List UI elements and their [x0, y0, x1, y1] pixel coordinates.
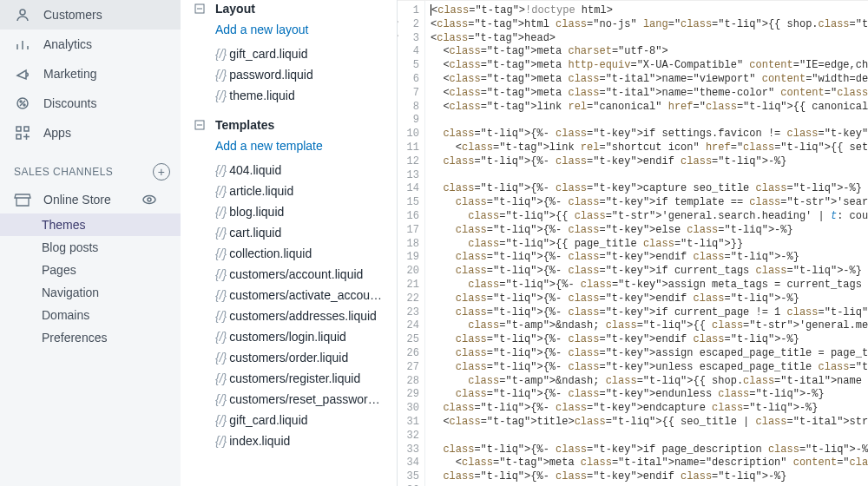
file-name: customers/order.liquid: [229, 351, 348, 364]
code-line[interactable]: <class="t-tag">meta class="t-ital">name=…: [431, 87, 868, 101]
sidebar-item-discounts[interactable]: Discounts: [0, 89, 181, 118]
code-line[interactable]: <class="t-tag">link rel="shortcut icon" …: [431, 141, 868, 155]
code-editor[interactable]: 1234567891011121314151617181920212223242…: [398, 0, 868, 486]
view-store-icon[interactable]: [141, 191, 158, 208]
code-line[interactable]: class="t-liq">{%- class="t-key">if page_…: [431, 443, 868, 457]
code-line[interactable]: <class="t-tag">html class="no-js" lang="…: [431, 18, 868, 32]
collapse-icon: [194, 120, 205, 130]
code-line[interactable]: <class="t-tag">!doctype html>: [431, 4, 868, 18]
file-name: gift_card.liquid: [229, 413, 307, 427]
sidebar-sub-themes[interactable]: Themes: [0, 213, 181, 236]
file-name: article.liquid: [229, 184, 293, 198]
file-item[interactable]: {/}blog.liquid: [181, 201, 397, 222]
sidebar-sub-blog-posts[interactable]: Blog posts: [0, 236, 181, 259]
liquid-icon: {/}: [215, 371, 227, 385]
svg-rect-8: [16, 127, 21, 131]
add-layout-link[interactable]: Add a new layout: [181, 19, 397, 43]
code-line[interactable]: class="t-liq">{%- class="t-key">if templ…: [431, 196, 868, 210]
file-item[interactable]: {/}gift_card.liquid: [181, 410, 397, 430]
sidebar-sub-pages[interactable]: Pages: [0, 259, 181, 281]
code-line[interactable]: [431, 169, 868, 183]
code-line[interactable]: <class="t-tag">title>class="t-liq">{{ se…: [431, 416, 868, 430]
sidebar-item-marketing[interactable]: Marketing: [0, 59, 181, 89]
file-item[interactable]: {/}customers/register.liquid: [181, 368, 397, 389]
code-line[interactable]: <class="t-tag">meta class="t-ital">name=…: [431, 456, 868, 470]
sidebar-item-customers[interactable]: Customers: [0, 0, 181, 30]
sidebar-sub-domains[interactable]: Domains: [0, 304, 181, 326]
code-line[interactable]: <class="t-tag">meta class="t-ital">name=…: [431, 73, 868, 87]
code-line[interactable]: class="t-liq">{%- class="t-key">endunles…: [431, 388, 868, 402]
file-item[interactable]: {/}customers/order.liquid: [181, 347, 397, 368]
sidebar-sub-preferences[interactable]: Preferences: [0, 326, 181, 349]
code-line[interactable]: <class="t-tag">link rel="canonical" href…: [431, 101, 868, 115]
file-item[interactable]: {/}article.liquid: [181, 181, 397, 201]
section-header-templates[interactable]: Templates: [181, 106, 397, 135]
code-line[interactable]: class="t-liq">{%- class="t-key">endif cl…: [431, 333, 868, 347]
code-line[interactable]: class="t-liq">{%- class="t-key">unless e…: [431, 361, 868, 375]
svg-point-13: [143, 196, 155, 204]
svg-point-6: [20, 101, 22, 102]
code-line[interactable]: class="t-liq">{%- class="t-key">if setti…: [431, 128, 868, 141]
editor-code[interactable]: <class="t-tag">!doctype html><class="t-t…: [425, 1, 868, 486]
code-line[interactable]: [431, 114, 868, 128]
liquid-icon: {/}: [215, 330, 227, 344]
section-header-layout[interactable]: Layout: [181, 0, 397, 19]
code-line[interactable]: [431, 430, 868, 443]
code-line[interactable]: class="t-liq">{{ class="t-str">'general.…: [431, 210, 868, 224]
sales-channels-label: SALES CHANNELS: [14, 166, 113, 178]
nav-label: Discounts: [43, 96, 96, 110]
code-line[interactable]: <class="t-tag">head>: [431, 32, 868, 46]
file-item[interactable]: {/}index.liquid: [181, 430, 397, 451]
file-name: theme.liquid: [229, 89, 295, 102]
code-line[interactable]: class="t-liq">{%- class="t-key">if curre…: [431, 265, 868, 279]
file-item[interactable]: {/}password.liquid: [181, 64, 397, 85]
liquid-icon: {/}: [215, 434, 227, 448]
liquid-icon: {/}: [215, 413, 227, 427]
file-item[interactable]: {/}gift_card.liquid: [181, 43, 397, 64]
sidebar-item-apps[interactable]: Apps: [0, 118, 181, 148]
file-item[interactable]: {/}404.liquid: [181, 160, 397, 181]
nav-label: Apps: [43, 126, 71, 140]
code-line[interactable]: class="t-liq">{%- class="t-key">capture …: [431, 182, 868, 196]
liquid-icon: {/}: [215, 392, 227, 406]
sidebar-item-analytics[interactable]: Analytics: [0, 30, 181, 59]
file-item[interactable]: {/}cart.liquid: [181, 222, 397, 243]
online-store-label: Online Store: [43, 193, 111, 207]
code-line[interactable]: class="t-amp">&ndash; class="t-liq">{{ s…: [431, 375, 868, 389]
svg-point-14: [148, 198, 151, 201]
code-line[interactable]: class="t-liq">{%- class="t-key">if curre…: [431, 306, 868, 320]
sales-channels-header: SALES CHANNELS +: [0, 148, 181, 186]
code-line[interactable]: class="t-liq">{{ page_title class="t-liq…: [431, 238, 868, 252]
file-item[interactable]: {/}customers/addresses.liquid: [181, 305, 397, 326]
file-item[interactable]: {/}customers/account.liquid: [181, 264, 397, 285]
file-item[interactable]: {/}theme.liquid: [181, 85, 397, 106]
file-name: customers/register.liquid: [229, 371, 360, 385]
code-line[interactable]: class="t-liq">{%- class="t-key">endif cl…: [431, 155, 868, 169]
code-line[interactable]: class="t-liq">{%- class="t-key">endif cl…: [431, 251, 868, 265]
code-line[interactable]: class="t-liq">{%- class="t-key">endcaptu…: [431, 402, 868, 416]
file-name: customers/account.liquid: [229, 267, 363, 281]
code-line[interactable]: class="t-liq">{%- class="t-key">endif cl…: [431, 470, 868, 484]
code-line[interactable]: <class="t-tag">meta charset="utf-8">: [431, 45, 868, 59]
add-channel-button[interactable]: +: [153, 163, 170, 181]
liquid-icon: {/}: [215, 267, 227, 281]
layout-section-title: Layout: [215, 2, 255, 16]
liquid-icon: {/}: [215, 89, 227, 102]
file-item[interactable]: {/}customers/activate_account.liquid: [181, 285, 397, 305]
code-line[interactable]: class="t-liq">{%- class="t-key">endif cl…: [431, 292, 868, 306]
code-line[interactable]: class="t-liq">{%- class="t-key">assign e…: [431, 347, 868, 361]
store-icon: [14, 191, 31, 208]
code-line[interactable]: class="t-liq">{%- class="t-key">else cla…: [431, 224, 868, 238]
file-name: customers/addresses.liquid: [229, 309, 377, 323]
add-template-link[interactable]: Add a new template: [181, 135, 397, 160]
file-name: 404.liquid: [229, 163, 281, 177]
file-item[interactable]: {/}customers/reset_password.liquid: [181, 389, 397, 410]
code-line[interactable]: class="t-liq">{%- class="t-key">assign m…: [431, 279, 868, 292]
file-item[interactable]: {/}collection.liquid: [181, 243, 397, 264]
file-name: index.liquid: [229, 434, 290, 448]
code-line[interactable]: <class="t-tag">meta http-equiv="X-UA-Com…: [431, 59, 868, 73]
code-line[interactable]: class="t-amp">&ndash; class="t-liq">{{ c…: [431, 319, 868, 333]
file-item[interactable]: {/}customers/login.liquid: [181, 326, 397, 347]
sidebar-sub-navigation[interactable]: Navigation: [0, 281, 181, 304]
sidebar-item-online-store[interactable]: Online Store: [0, 186, 181, 213]
